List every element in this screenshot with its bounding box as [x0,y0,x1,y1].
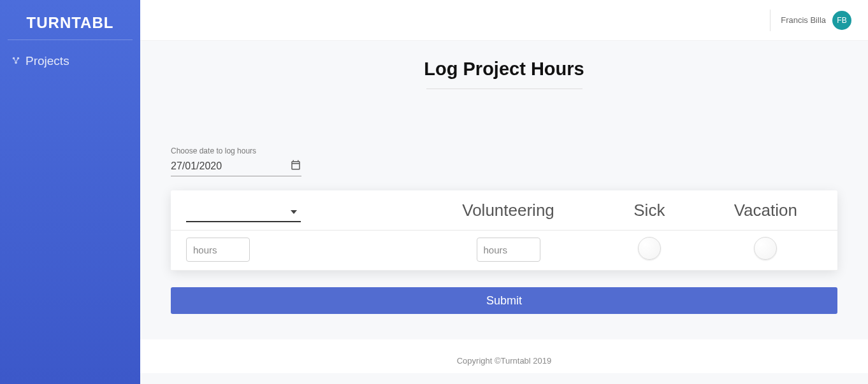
page-title: Log Project Hours [171,59,837,89]
sick-toggle[interactable] [638,237,661,260]
project-hours-input[interactable] [186,238,250,262]
brand-logo[interactable]: TURNTABL [0,0,140,39]
table-header-row: Volunteering Sick Vacation [171,190,837,231]
date-field[interactable]: Choose date to log hours 27/01/2020 [171,146,301,176]
avatar[interactable]: FB [832,11,851,30]
date-label: Choose date to log hours [171,146,301,155]
col-project [171,190,412,231]
vacation-toggle[interactable] [754,237,777,260]
user-name[interactable]: Francis Billa [781,15,826,25]
sidebar-divider [8,39,133,40]
projects-icon [11,54,20,68]
submit-button[interactable]: Submit [171,287,837,314]
svg-point-2 [15,62,17,64]
sidebar-item-label: Projects [25,54,69,68]
main: Francis Billa FB Log Project Hours Choos… [140,0,868,384]
volunteering-hours-input[interactable] [477,238,540,262]
title-rule [426,89,582,89]
date-value: 27/01/2020 [171,160,222,172]
hours-table: Volunteering Sick Vacation [171,190,837,271]
col-volunteering: Volunteering [412,190,605,231]
content-area: Log Project Hours Choose date to log hou… [140,41,868,384]
footer-text: Copyright ©Turntabl 2019 [140,339,868,373]
col-sick: Sick [605,190,693,231]
table-row [171,231,837,271]
hours-card: Volunteering Sick Vacation [171,190,837,271]
project-select[interactable] [186,199,301,222]
project-select-input[interactable] [187,204,286,215]
col-vacation: Vacation [694,190,837,231]
calendar-icon[interactable] [290,159,301,173]
sidebar: TURNTABL Projects [0,0,140,384]
topbar-separator [770,10,770,31]
topbar: Francis Billa FB [140,0,868,41]
sidebar-item-projects[interactable]: Projects [0,49,140,73]
chevron-down-icon [291,200,297,220]
